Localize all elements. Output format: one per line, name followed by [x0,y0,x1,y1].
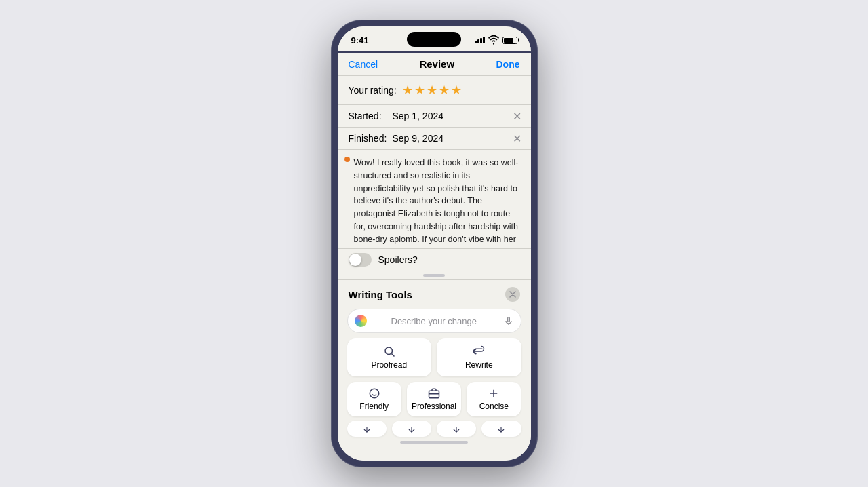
star-4[interactable]: ★ [439,83,450,98]
star-3[interactable]: ★ [427,83,437,98]
drag-handle[interactable] [423,274,445,277]
rating-row: Your rating: ★ ★ ★ ★ ★ [338,76,531,105]
battery-icon [502,37,517,44]
selection-dot [344,157,350,162]
cancel-button[interactable]: Cancel [349,59,378,70]
svg-line-1 [391,353,394,356]
star-1[interactable]: ★ [402,83,413,98]
nav-title: Review [419,58,454,70]
finished-date-row: Finished: Sep 9, 2024 ✕ [338,128,531,150]
more-tool-2[interactable] [392,421,431,437]
close-icon [509,291,516,298]
finished-value: Sep 9, 2024 [393,133,444,144]
down-arrow-4-icon [496,425,506,434]
tools-row-2: Friendly Professional [338,382,531,421]
svg-point-2 [370,389,379,398]
drag-handle-row [338,271,531,279]
spoilers-label: Spoilers? [378,254,418,265]
writing-tools-input[interactable]: Describe your change [347,309,521,333]
more-tool-4[interactable] [481,421,521,437]
friendly-label: Friendly [359,402,389,411]
stars-display[interactable]: ★ ★ ★ ★ ★ [402,83,462,98]
concise-label: Concise [479,402,509,411]
professional-label: Professional [412,402,456,411]
done-button[interactable]: Done [496,59,519,70]
spoilers-toggle[interactable] [349,253,372,267]
professional-button[interactable]: Professional [407,382,461,416]
more-tool-3[interactable] [437,421,476,437]
rating-label: Your rating: [349,85,397,96]
finished-label: Finished: [349,133,393,144]
status-icons [475,34,517,46]
started-date-row: Started: Sep 1, 2024 ✕ [338,105,531,128]
writing-input-row: Describe your change [338,306,531,338]
concise-icon [488,387,500,400]
rewrite-button[interactable]: Rewrite [437,338,521,376]
tools-row-3 [338,421,531,437]
more-tool-1[interactable] [347,421,387,437]
tools-row-1: Proofread Rewrite [338,338,531,382]
status-bar: 9:41 [338,26,531,51]
concise-button[interactable]: Concise [467,382,521,416]
proofread-button[interactable]: Proofread [347,338,432,376]
wifi-icon [488,34,500,46]
rewrite-icon [473,345,485,357]
star-2[interactable]: ★ [414,83,425,98]
writing-tools-close-button[interactable] [505,287,520,302]
phone-frame: 9:41 Cancel [331,20,538,467]
writing-tools-panel: Writing Tools Describe your change [338,279,531,450]
smiley-icon [368,387,380,400]
started-label: Started: [349,111,393,121]
spoilers-row: Spoilers? [338,248,531,271]
writing-tools-header: Writing Tools [338,280,531,306]
writing-input-placeholder: Describe your change [391,316,477,326]
proofread-label: Proofread [371,360,407,370]
bottom-handle[interactable] [400,441,468,444]
phone-screen: 9:41 Cancel [338,26,531,461]
down-arrow-2-icon [407,425,416,434]
microphone-icon[interactable] [503,315,514,326]
review-body-text[interactable]: Wow! I really loved this book, it was so… [338,150,531,248]
bottom-handle-row [338,437,531,445]
nav-bar: Cancel Review Done [338,53,531,76]
down-arrow-1-icon [362,425,372,434]
apple-intelligence-icon [355,315,367,327]
star-5[interactable]: ★ [451,83,462,98]
review-text-area[interactable]: Wow! I really loved this book, it was so… [338,150,531,248]
dynamic-island [407,32,461,47]
toggle-knob [349,254,361,266]
started-value: Sep 1, 2024 [393,111,444,121]
content-area: Your rating: ★ ★ ★ ★ ★ Started: Sep 1, 2… [338,76,531,461]
finished-clear-button[interactable]: ✕ [513,132,521,145]
down-arrow-3-icon [452,425,461,434]
svg-point-0 [385,347,393,355]
signal-bars-icon [475,37,485,43]
rewrite-label: Rewrite [465,360,493,370]
writing-tools-title: Writing Tools [349,289,412,300]
friendly-button[interactable]: Friendly [347,382,401,416]
briefcase-icon [428,387,440,400]
proofread-icon [383,345,395,357]
status-time: 9:41 [351,35,369,45]
started-clear-button[interactable]: ✕ [513,110,521,123]
